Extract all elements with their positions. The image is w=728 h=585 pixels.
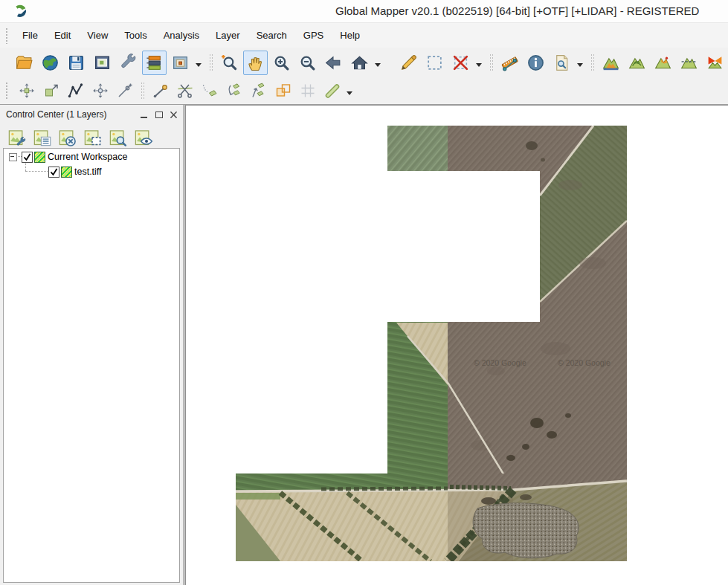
split-feature-button[interactable] [173, 80, 196, 103]
dropdown-caret-icon[interactable] [375, 63, 381, 70]
layer-hatch-icon [34, 152, 45, 163]
save-workspace-button[interactable] [64, 51, 88, 75]
open-file-button[interactable] [12, 51, 36, 75]
move-vertex-icon [91, 82, 109, 100]
minimize-icon[interactable] [140, 111, 149, 119]
workspace-checkbox[interactable] [22, 152, 33, 163]
select-rectangle-button[interactable] [422, 51, 447, 75]
tree-item-workspace[interactable]: Current Workspace [48, 152, 127, 162]
online-imagery-button[interactable] [38, 51, 62, 75]
snap-grid-icon [299, 82, 317, 100]
move-feature-button[interactable] [15, 80, 38, 103]
zoom-to-layer-icon [108, 128, 128, 148]
tree-item-test-tiff[interactable]: test.tiff [74, 167, 102, 177]
layer-options-icon [7, 128, 27, 148]
maximize-icon[interactable] [155, 111, 164, 119]
scale-shapes-button[interactable] [247, 80, 270, 103]
toolbar-grip[interactable] [5, 82, 8, 100]
draw-line-icon [323, 82, 341, 100]
previous-view-button[interactable] [321, 51, 346, 75]
menu-tools[interactable]: Tools [116, 27, 155, 44]
contour-generation-button[interactable] [625, 51, 649, 75]
close-layer-button[interactable] [57, 127, 77, 148]
tree-collapse-toggle[interactable] [9, 153, 17, 161]
snap-grid-button[interactable] [296, 80, 319, 103]
full-view-button[interactable] [347, 51, 372, 75]
toolbar-separator [141, 82, 144, 100]
dropdown-caret-icon[interactable] [347, 91, 352, 98]
draw-line-button[interactable] [320, 80, 344, 103]
hand-pan-icon [246, 54, 265, 72]
menu-edit[interactable]: Edit [46, 27, 79, 44]
satellite-raster-layer: © 2020 Google © 2020 Google [236, 126, 627, 561]
control-center-header[interactable]: Control Center (1 Layers) [0, 105, 183, 123]
map-view-button[interactable] [90, 51, 115, 75]
elevation-grid-button[interactable] [599, 51, 623, 75]
move-vertex-button[interactable] [88, 80, 112, 103]
search-document-icon [553, 54, 571, 72]
viewshed-button[interactable] [703, 51, 727, 75]
zoom-in-button[interactable] [269, 51, 294, 75]
layer-visibility-button[interactable] [132, 127, 153, 148]
zoom-to-layer-button[interactable] [107, 127, 128, 148]
layer-visibility-eye-icon [133, 128, 153, 148]
close-icon[interactable] [170, 111, 178, 119]
scissors-icon [176, 82, 194, 100]
overview-map-button[interactable] [168, 51, 193, 75]
map-window-icon [93, 54, 112, 72]
measure-button[interactable] [497, 51, 522, 75]
terrain-shader-button[interactable] [651, 51, 675, 75]
map-view[interactable]: © 2020 Google © 2020 Google [185, 105, 728, 585]
open-file-icon [15, 54, 33, 72]
search-button[interactable] [550, 51, 574, 75]
menu-view[interactable]: View [79, 27, 116, 44]
layer-checkbox[interactable] [48, 167, 59, 178]
line-endpoint-icon [152, 82, 170, 100]
overview-map-icon [171, 54, 190, 72]
wrench-icon [119, 54, 138, 72]
configure-button[interactable] [116, 51, 141, 75]
line-endpoint-button[interactable] [149, 80, 172, 103]
snap-vertex-button[interactable] [113, 80, 136, 103]
digitizer-toolbar [0, 77, 728, 105]
menu-layer[interactable]: Layer [207, 27, 248, 44]
flatten-terrain-button[interactable] [677, 51, 701, 75]
dropdown-caret-icon[interactable] [196, 63, 202, 70]
menu-help[interactable]: Help [332, 27, 368, 44]
check-icon [49, 167, 59, 177]
map-watermark: © 2020 Google [558, 358, 611, 367]
layer-metadata-button[interactable] [31, 127, 52, 148]
menu-search[interactable]: Search [248, 27, 295, 44]
dropdown-caret-icon[interactable] [577, 63, 583, 70]
check-icon [22, 152, 32, 162]
zoom-tool-button[interactable] [217, 51, 242, 75]
zoom-out-icon [298, 54, 317, 72]
rotate-shapes-icon [225, 82, 243, 100]
layer-tree[interactable]: Current Workspace test.tiff [3, 148, 180, 583]
control-center-title: Control Center (1 Layers) [6, 109, 106, 120]
menu-gps[interactable]: GPS [295, 27, 332, 44]
menu-analysis[interactable]: Analysis [155, 27, 207, 44]
dropdown-caret-icon[interactable] [476, 63, 482, 70]
pan-tool-button[interactable] [243, 51, 268, 75]
window-title: Global Mapper v20.1 (b022519) [64-bit] [… [335, 4, 699, 17]
combine-shapes-button[interactable] [271, 80, 294, 103]
control-center-button[interactable] [142, 51, 167, 75]
edit-vertices-icon [67, 82, 85, 100]
layer-extents-icon [83, 128, 103, 148]
layer-options-button[interactable] [6, 127, 27, 148]
rotate-shapes-button[interactable] [222, 80, 245, 103]
edit-vertices-button[interactable] [64, 80, 87, 103]
feature-info-button[interactable] [524, 51, 548, 75]
layer-extents-button[interactable] [82, 127, 103, 148]
title-bar[interactable]: Global Mapper v20.1 (b022519) [64-bit] [… [0, 0, 728, 23]
toolbar-grip[interactable] [5, 28, 8, 44]
clear-selection-button[interactable] [448, 51, 473, 75]
scale-feature-button[interactable] [39, 80, 62, 103]
layer-hatch-icon [61, 167, 72, 178]
menu-file[interactable]: File [14, 27, 46, 44]
vertex-arc-button[interactable] [198, 80, 221, 103]
toolbar-separator [489, 54, 493, 71]
digitizer-button[interactable] [396, 51, 421, 75]
zoom-out-button[interactable] [295, 51, 320, 75]
